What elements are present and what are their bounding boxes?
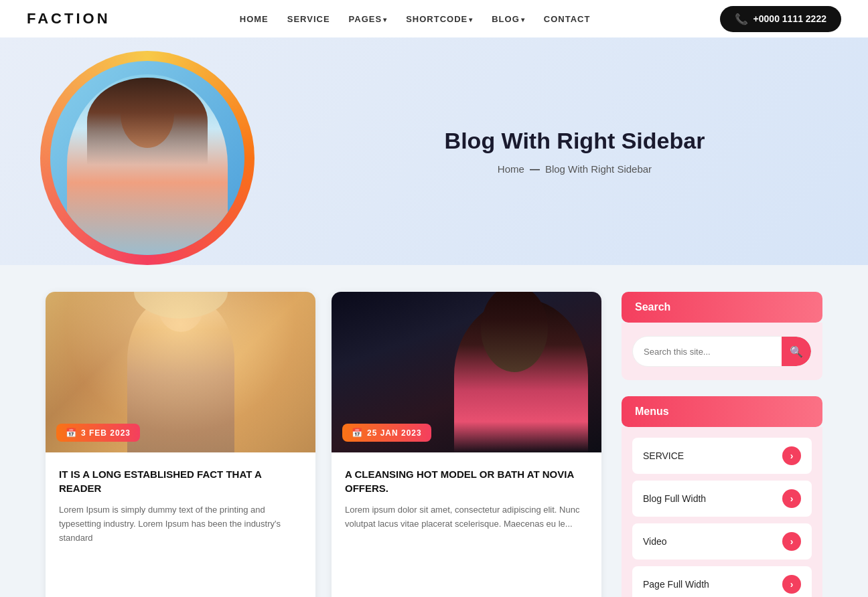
navbar: FACTION HOME SERVICE PAGES▾ SHORTCODE▾ B… (0, 0, 868, 37)
hero-content: Blog With Right Sidebar Home — Blog With… (308, 128, 841, 175)
menu-arrow-icon: › (782, 446, 801, 465)
search-input[interactable] (633, 339, 782, 364)
card-figure-2 (454, 298, 588, 452)
nav-item-service[interactable]: SERVICE (287, 13, 330, 25)
sidebar-menu-item[interactable]: Video › (632, 523, 812, 560)
site-logo[interactable]: FACTION (27, 10, 111, 27)
card-excerpt-1: Lorem Ipsum is simply dummy text of the … (59, 503, 302, 597)
main-content: 📅 3 FEB 2023 IT IS A LONG ESTABLISHED FA… (32, 292, 836, 597)
menu-arrow-icon: › (782, 489, 801, 508)
search-button[interactable]: 🔍 (782, 337, 811, 366)
phone-icon: 📞 (735, 13, 748, 25)
nav-item-blog[interactable]: BLOG▾ (492, 13, 525, 25)
breadcrumb-separator: — (530, 163, 540, 175)
calendar-icon: 📅 (352, 428, 363, 438)
blog-card: 📅 25 JAN 2023 A CLEANSING HOT MODEL OR B… (332, 292, 601, 597)
hero-circle-inner (50, 61, 244, 255)
sidebar-menu-label: Page Full Width (643, 579, 709, 590)
nav-link-shortcode[interactable]: SHORTCODE▾ (406, 14, 473, 24)
nav-link-home[interactable]: HOME (240, 14, 269, 24)
nav-item-contact[interactable]: CONTACT (544, 13, 591, 25)
card-excerpt-2: Lorem ipsum dolor sit amet, consectetur … (345, 503, 588, 597)
card-image-wrap: 📅 3 FEB 2023 (46, 292, 315, 452)
card-title-2: A CLEANSING HOT MODEL OR BATH AT NOVIA O… (345, 467, 588, 495)
sidebar-menu-label: SERVICE (643, 450, 684, 461)
sidebar-search-wrap: 🔍 (622, 323, 822, 380)
hero-image (40, 51, 255, 265)
menu-arrow-icon: › (782, 532, 801, 551)
card-body-2: A CLEANSING HOT MODEL OR BATH AT NOVIA O… (332, 452, 601, 597)
calendar-icon: 📅 (66, 428, 77, 438)
card-date-badge-2: 📅 25 JAN 2023 (342, 424, 431, 442)
sidebar-menus-section: Menus SERVICE › Blog Full Width › Video … (622, 396, 822, 597)
breadcrumb-current: Blog With Right Sidebar (545, 163, 652, 175)
blog-card: 📅 3 FEB 2023 IT IS A LONG ESTABLISHED FA… (46, 292, 315, 597)
hero-person-figure (67, 74, 228, 255)
card-date-badge-1: 📅 3 FEB 2023 (56, 424, 140, 442)
sidebar-menus-header: Menus (622, 396, 822, 427)
blog-cards-container: 📅 3 FEB 2023 IT IS A LONG ESTABLISHED FA… (46, 292, 601, 597)
sidebar-menus-wrap: SERVICE › Blog Full Width › Video › Page… (622, 427, 822, 597)
hero-title: Blog With Right Sidebar (308, 128, 841, 154)
sidebar-menu-item[interactable]: Page Full Width › (632, 566, 812, 597)
card-title-1: IT IS A LONG ESTABLISHED FACT THAT A REA… (59, 467, 302, 495)
card-date-1: 3 FEB 2023 (81, 428, 131, 438)
nav-link-pages[interactable]: PAGES▾ (349, 14, 388, 24)
nav-item-home[interactable]: HOME (240, 13, 269, 25)
sidebar-menu-label: Video (643, 536, 667, 547)
nav-link-service[interactable]: SERVICE (287, 14, 330, 24)
sidebar-menu-item[interactable]: SERVICE › (632, 438, 812, 474)
search-icon: 🔍 (790, 345, 803, 358)
sidebar-menu-label: Blog Full Width (643, 493, 706, 504)
card-figure-1 (127, 298, 234, 452)
nav-link-contact[interactable]: CONTACT (544, 14, 591, 24)
nav-item-pages[interactable]: PAGES▾ (349, 13, 388, 25)
sidebar-search-header: Search (622, 292, 822, 323)
nav-item-shortcode[interactable]: SHORTCODE▾ (406, 13, 473, 25)
hero-banner: Blog With Right Sidebar Home — Blog With… (0, 37, 868, 265)
phone-number: +0000 1111 2222 (753, 13, 826, 24)
hero-circle-outer (40, 51, 255, 265)
nav-link-blog[interactable]: BLOG▾ (492, 14, 525, 24)
nav-links: HOME SERVICE PAGES▾ SHORTCODE▾ BLOG▾ CON… (240, 13, 591, 25)
breadcrumb: Home — Blog With Right Sidebar (308, 163, 841, 175)
sidebar-menu-item[interactable]: Blog Full Width › (632, 481, 812, 517)
phone-button[interactable]: 📞 +0000 1111 2222 (720, 6, 841, 32)
sidebar-search-inner: 🔍 (632, 336, 812, 367)
card-date-2: 25 JAN 2023 (367, 428, 422, 438)
sidebar: Search 🔍 Menus SERVICE › Blog Full W (622, 292, 822, 597)
card-image-wrap: 📅 25 JAN 2023 (332, 292, 601, 452)
breadcrumb-home[interactable]: Home (498, 163, 524, 175)
card-body-1: IT IS A LONG ESTABLISHED FACT THAT A REA… (46, 452, 315, 597)
sidebar-search-section: Search 🔍 (622, 292, 822, 380)
menu-arrow-icon: › (782, 575, 801, 594)
